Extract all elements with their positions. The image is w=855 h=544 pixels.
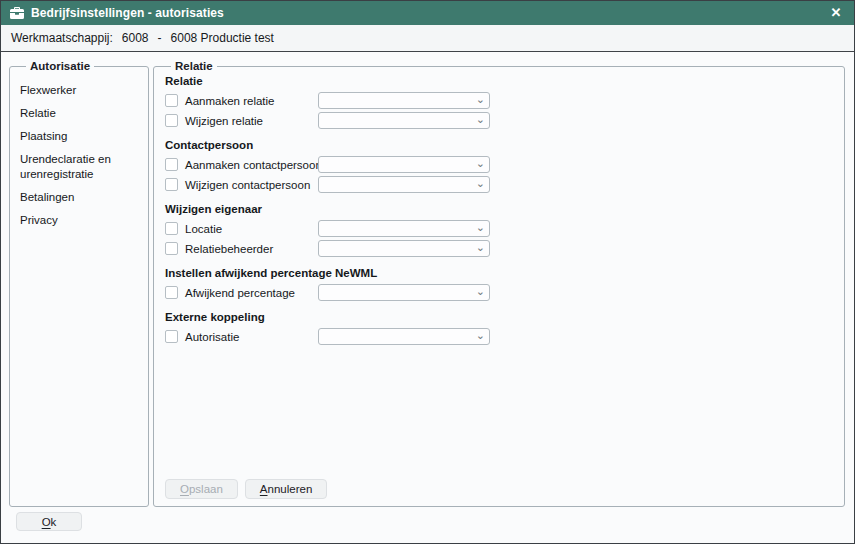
sidebar-item-relatie[interactable]: Relatie xyxy=(20,106,142,121)
row-label: Aanmaken contactpersoon xyxy=(185,159,322,171)
chevron-down-icon: ⌄ xyxy=(476,222,485,232)
dropdown-autorisatie[interactable]: ⌄ xyxy=(318,328,490,345)
dropdown-aanmaken-contactpersoon[interactable]: ⌄ xyxy=(318,156,490,173)
chevron-down-icon: ⌄ xyxy=(476,286,485,296)
checkbox-row: Locatie ⌄ xyxy=(165,219,844,238)
checkbox-relatiebeheerder[interactable] xyxy=(165,242,178,255)
werkmaatschappij-bar: Werkmaatschappij: 6008 - 6008 Productie … xyxy=(1,25,854,52)
checkbox-aanmaken-contactpersoon[interactable] xyxy=(165,158,178,171)
checkbox-row: Aanmaken contactpersoon ⌄ xyxy=(165,155,844,174)
dialog-bedrijfsinstellingen: Bedrijfsinstellingen - autorisaties ✕ We… xyxy=(0,0,855,544)
row-label: Autorisatie xyxy=(185,331,239,343)
section-wijzigen-eigenaar: Wijzigen eigenaar Locatie ⌄ Relatiebehee… xyxy=(165,203,844,258)
sidebar-item-betalingen[interactable]: Betalingen xyxy=(20,190,142,205)
section-header: Contactpersoon xyxy=(165,139,844,151)
checkbox-wijzigen-relatie[interactable] xyxy=(165,114,178,127)
section-header: Externe koppeling xyxy=(165,311,844,323)
close-icon[interactable]: ✕ xyxy=(827,4,845,22)
save-button[interactable]: Opslaan xyxy=(165,479,238,499)
chevron-down-icon: ⌄ xyxy=(476,330,485,340)
sidebar-item-privacy[interactable]: Privacy xyxy=(20,213,142,228)
dropdown-wijzigen-contactpersoon[interactable]: ⌄ xyxy=(318,176,490,193)
row-label: Relatiebeheerder xyxy=(185,243,273,255)
section-header: Relatie xyxy=(165,75,844,87)
sidebar-item-plaatsing[interactable]: Plaatsing xyxy=(20,129,142,144)
section-header: Wijzigen eigenaar xyxy=(165,203,844,215)
window-title: Bedrijfsinstellingen - autorisaties xyxy=(31,6,224,20)
section-header: Instellen afwijkend percentage NeWML xyxy=(165,267,844,279)
dropdown-afwijkend-percentage[interactable]: ⌄ xyxy=(318,284,490,301)
section-contactpersoon: Contactpersoon Aanmaken contactpersoon ⌄… xyxy=(165,139,844,194)
chevron-down-icon: ⌄ xyxy=(476,242,485,252)
chevron-down-icon: ⌄ xyxy=(476,94,485,104)
chevron-down-icon: ⌄ xyxy=(476,114,485,124)
row-label: Wijzigen relatie xyxy=(185,115,263,127)
autorisatie-legend: Autorisatie xyxy=(26,60,94,72)
werkmaatschappij-separator: - xyxy=(158,31,162,45)
checkbox-row: Relatiebeheerder ⌄ xyxy=(165,239,844,258)
ok-button[interactable]: Ok xyxy=(16,512,82,531)
sidebar-item-urendeclaratie[interactable]: Urendeclaratie en urenregistratie xyxy=(20,152,142,182)
section-externe-koppeling: Externe koppeling Autorisatie ⌄ xyxy=(165,311,844,346)
dropdown-aanmaken-relatie[interactable]: ⌄ xyxy=(318,92,490,109)
checkbox-row: Autorisatie ⌄ xyxy=(165,327,844,346)
checkbox-row: Aanmaken relatie ⌄ xyxy=(165,91,844,110)
title-bar: Bedrijfsinstellingen - autorisaties ✕ xyxy=(1,1,854,25)
checkbox-autorisatie[interactable] xyxy=(165,330,178,343)
checkbox-row: Wijzigen contactpersoon ⌄ xyxy=(165,175,844,194)
briefcase-icon xyxy=(10,7,24,19)
row-label: Aanmaken relatie xyxy=(185,95,275,107)
werkmaatschappij-label: Werkmaatschappij: xyxy=(11,31,113,45)
cancel-button[interactable]: Annuleren xyxy=(245,479,327,499)
section-newml: Instellen afwijkend percentage NeWML Afw… xyxy=(165,267,844,302)
action-buttons: Opslaan Annuleren xyxy=(165,479,327,499)
checkbox-wijzigen-contactpersoon[interactable] xyxy=(165,178,178,191)
section-relatie: Relatie Aanmaken relatie ⌄ Wijzigen rela… xyxy=(165,75,844,130)
relatie-panel: Relatie Relatie Aanmaken relatie ⌄ Wijzi… xyxy=(153,60,845,507)
checkbox-locatie[interactable] xyxy=(165,222,178,235)
row-label: Wijzigen contactpersoon xyxy=(185,179,310,191)
dialog-content: Autorisatie Flexwerker Relatie Plaatsing… xyxy=(1,52,854,543)
row-label: Locatie xyxy=(185,223,222,235)
chevron-down-icon: ⌄ xyxy=(476,178,485,188)
autorisatie-group: Autorisatie Flexwerker Relatie Plaatsing… xyxy=(9,60,149,507)
sidebar-item-flexwerker[interactable]: Flexwerker xyxy=(20,83,142,98)
checkbox-row: Afwijkend percentage ⌄ xyxy=(165,283,844,302)
werkmaatschappij-name: 6008 Productie test xyxy=(171,31,274,45)
werkmaatschappij-code: 6008 xyxy=(122,31,149,45)
dropdown-locatie[interactable]: ⌄ xyxy=(318,220,490,237)
dropdown-relatiebeheerder[interactable]: ⌄ xyxy=(318,240,490,257)
checkbox-afwijkend-percentage[interactable] xyxy=(165,286,178,299)
row-label: Afwijkend percentage xyxy=(185,287,295,299)
chevron-down-icon: ⌄ xyxy=(476,158,485,168)
checkbox-row: Wijzigen relatie ⌄ xyxy=(165,111,844,130)
dropdown-wijzigen-relatie[interactable]: ⌄ xyxy=(318,112,490,129)
relatie-legend: Relatie xyxy=(171,60,217,72)
checkbox-aanmaken-relatie[interactable] xyxy=(165,94,178,107)
